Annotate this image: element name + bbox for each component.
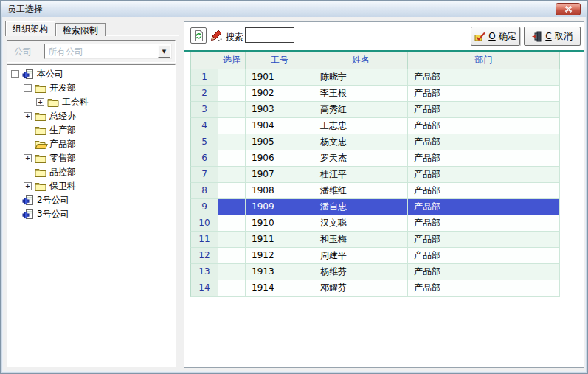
row-number-cell: 9: [190, 199, 218, 215]
company-icon: [22, 69, 35, 80]
refresh-button[interactable]: [190, 27, 207, 44]
column-header[interactable]: 选择: [218, 52, 246, 69]
tab-search-limit[interactable]: 检索限制: [55, 23, 106, 36]
employee-grid: -选择工号姓名部门 11901陈晓宁产品部21902李王根产品部31903高秀红…: [184, 50, 584, 367]
employee-id-cell: 1912: [246, 248, 314, 264]
refresh-icon: [193, 30, 204, 42]
employee-id-cell: 1908: [246, 183, 314, 199]
expand-toggle-icon[interactable]: +: [24, 182, 32, 190]
tree-item[interactable]: 3号公司: [7, 207, 175, 221]
tree-item-label: 工会科: [60, 96, 89, 108]
column-header[interactable]: 姓名: [314, 52, 408, 69]
table-row[interactable]: 131913杨维芬产品部: [190, 264, 584, 280]
ok-accelerator: O: [488, 31, 495, 41]
folder-icon: [35, 83, 48, 93]
employee-id-cell: 1914: [246, 280, 314, 297]
select-cell: [218, 232, 246, 248]
company-label: 公司: [14, 46, 32, 58]
tree-item[interactable]: 产品部: [7, 137, 175, 151]
tree-item[interactable]: -本公司: [7, 67, 175, 81]
department-cell: 产品部: [408, 199, 560, 215]
tree-item[interactable]: 品控部: [7, 165, 175, 179]
employee-id-cell: 1911: [246, 232, 314, 248]
tree-item[interactable]: 2号公司: [7, 193, 175, 207]
employee-id-cell: 1906: [246, 150, 314, 167]
tab-bar: 组织架构 检索限制: [5, 21, 106, 36]
employee-panel: 搜索 O确定 C取消 -选择工号姓名部门 11901陈晓宁产品部21902李王根…: [184, 21, 584, 368]
expand-toggle-icon[interactable]: -: [11, 70, 19, 78]
column-header[interactable]: 部门: [408, 52, 560, 69]
select-cell: [218, 102, 246, 118]
employee-id-cell: 1907: [246, 167, 314, 183]
grid-body: 11901陈晓宁产品部21902李王根产品部31903高秀红产品部41904王志…: [190, 69, 584, 297]
tree-item[interactable]: +工会科: [7, 95, 175, 109]
column-header[interactable]: -: [190, 52, 218, 69]
row-number-cell: 1: [190, 69, 218, 86]
department-cell: 产品部: [408, 118, 560, 134]
expand-toggle-icon[interactable]: +: [24, 154, 32, 162]
ok-check-icon: [474, 32, 485, 41]
grid-header: -选择工号姓名部门: [190, 52, 584, 69]
name-cell: 桂江平: [314, 167, 408, 183]
department-cell: 产品部: [408, 264, 560, 280]
window-title: 员工选择: [1, 3, 43, 15]
expand-toggle-icon[interactable]: +: [36, 98, 44, 106]
folder-icon: [35, 153, 48, 163]
org-tree: -本公司-开发部+工会科+总经办生产部产品部+零售部品控部+保卫科2号公司3号公…: [7, 64, 176, 367]
tree-item[interactable]: +总经办: [7, 109, 175, 123]
close-button[interactable]: [556, 3, 581, 15]
tree-item-label: 开发部: [48, 82, 76, 94]
cancel-button[interactable]: C取消: [524, 27, 581, 46]
ok-button[interactable]: O确定: [471, 27, 520, 46]
table-row[interactable]: 31903高秀红产品部: [190, 102, 584, 118]
cancel-accelerator: C: [545, 31, 551, 41]
expand-toggle-icon[interactable]: -: [24, 84, 32, 92]
search-label: 搜索: [226, 31, 243, 44]
table-row[interactable]: 101910汉文聪产品部: [190, 215, 584, 232]
name-cell: 潘维红: [314, 183, 408, 199]
table-row[interactable]: 141914邓耀芬产品部: [190, 280, 584, 297]
department-cell: 产品部: [408, 134, 560, 150]
company-select[interactable]: 所有公司 ▼: [44, 44, 172, 59]
table-row[interactable]: 11901陈晓宁产品部: [190, 69, 584, 86]
row-number-cell: 2: [190, 86, 218, 102]
tree-item-label: 本公司: [35, 68, 63, 80]
table-row[interactable]: 61906罗天杰产品部: [190, 150, 584, 167]
table-row[interactable]: 41904王志忠产品部: [190, 118, 584, 134]
folder-icon: [35, 111, 48, 121]
table-row[interactable]: 121912周建平产品部: [190, 248, 584, 264]
name-cell: 杨维芬: [314, 264, 408, 280]
tree-item[interactable]: +零售部: [7, 151, 175, 165]
row-number-cell: 13: [190, 264, 218, 280]
folder-icon: [35, 167, 48, 177]
table-row[interactable]: 71907桂江平产品部: [190, 167, 584, 183]
tree-item-label: 总经办: [48, 110, 76, 122]
table-row[interactable]: 51905杨文忠产品部: [190, 134, 584, 150]
table-row[interactable]: 81908潘维红产品部: [190, 183, 584, 199]
tree-item[interactable]: -开发部: [7, 81, 175, 95]
row-number-cell: 3: [190, 102, 218, 118]
name-cell: 王志忠: [314, 118, 408, 134]
select-cell: [218, 183, 246, 199]
tree-item-label: 生产部: [48, 124, 76, 136]
department-cell: 产品部: [408, 183, 560, 199]
tab-org-structure[interactable]: 组织架构: [5, 21, 55, 36]
department-cell: 产品部: [408, 215, 560, 232]
table-row[interactable]: 91909潘自忠产品部: [190, 199, 584, 215]
column-header[interactable]: 工号: [246, 52, 314, 69]
tree-item[interactable]: 生产部: [7, 123, 175, 137]
table-row[interactable]: 111911和玉梅产品部: [190, 232, 584, 248]
table-row[interactable]: 21902李王根产品部: [190, 86, 584, 102]
expand-toggle-icon[interactable]: +: [24, 112, 32, 120]
search-input[interactable]: [245, 27, 294, 43]
row-number-cell: 6: [190, 150, 218, 167]
select-cell: [218, 134, 246, 150]
clear-pen-icon[interactable]: [210, 29, 224, 42]
select-cell: [218, 150, 246, 167]
name-cell: 高秀红: [314, 102, 408, 118]
employee-id-cell: 1904: [246, 118, 314, 134]
tree-item[interactable]: +保卫科: [7, 179, 175, 193]
chevron-down-icon[interactable]: ▼: [158, 45, 170, 58]
employee-select-dialog: 员工选择 组织架构 检索限制 公司 所有公司 ▼ -本公司-开发部+工会科+总经…: [0, 0, 588, 374]
tree-item-label: 3号公司: [35, 208, 69, 221]
